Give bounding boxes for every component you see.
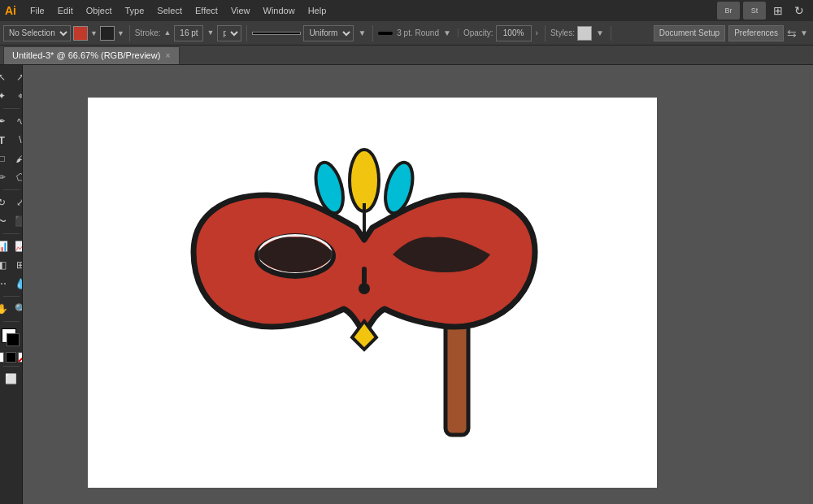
stroke-line-preview[interactable] xyxy=(252,32,301,35)
doc-setup-button[interactable]: Document Setup xyxy=(654,25,726,41)
mesh-tool[interactable]: ⊞ xyxy=(11,256,23,274)
rect-tool[interactable]: □ xyxy=(0,150,11,167)
menu-effect[interactable]: Effect xyxy=(189,4,224,17)
curvature-tool[interactable]: ∿ xyxy=(11,112,23,130)
opacity-label: Opacity: xyxy=(463,28,493,37)
styles-expand[interactable]: ▼ xyxy=(594,28,606,37)
zoom-tool[interactable]: 🔍 xyxy=(11,300,23,318)
select-tools: ↖ ↗ xyxy=(0,68,23,86)
line-tool[interactable]: \ xyxy=(11,131,23,149)
shaper-tool[interactable]: ⬠ xyxy=(11,168,23,186)
styles-group: Styles: ▼ xyxy=(550,26,611,41)
stock-icon[interactable]: St xyxy=(743,2,766,20)
styles-label: Styles: xyxy=(550,28,575,37)
doc-tab-close[interactable]: × xyxy=(165,50,170,60)
bridge-icon[interactable]: Br xyxy=(717,2,740,20)
tool-divider-4 xyxy=(3,296,20,297)
white-swatch[interactable] xyxy=(0,352,4,363)
selection-tool[interactable]: ↖ xyxy=(0,68,11,86)
tool-divider-1 xyxy=(3,108,20,109)
stroke-label: Stroke: xyxy=(135,28,161,37)
stroke-group: Stroke: ▲ ▼ pt xyxy=(135,25,248,41)
sync-icon[interactable]: ↻ xyxy=(790,2,808,20)
stroke-value-input[interactable] xyxy=(174,25,203,41)
menu-type[interactable]: Type xyxy=(120,4,150,17)
line-style-expand[interactable]: ▼ xyxy=(356,28,367,37)
blend-tool[interactable]: ⋯ xyxy=(0,275,11,293)
menu-help[interactable]: Help xyxy=(302,4,333,17)
stroke-arrow[interactable]: ▼ xyxy=(117,29,124,37)
canvas-area[interactable] xyxy=(23,65,813,504)
magic-wand-tool[interactable]: ✦ xyxy=(0,87,11,105)
menu-object[interactable]: Object xyxy=(80,4,118,17)
free-transform-tool[interactable]: ⬛ xyxy=(11,212,23,230)
pen-tool[interactable]: ✒ xyxy=(0,112,11,130)
app-logo: Ai xyxy=(5,4,16,17)
styles-preview[interactable] xyxy=(577,26,592,41)
menu-select[interactable]: Select xyxy=(151,4,188,17)
arrange-expand[interactable]: ▼ xyxy=(798,28,810,37)
color-swatch-area xyxy=(0,327,23,350)
stroke-down[interactable]: ▼ xyxy=(206,29,215,37)
arrange-controls: ⇆ ▼ xyxy=(787,27,810,40)
selection-dropdown[interactable]: No Selection xyxy=(3,25,71,41)
mask-illustration xyxy=(169,146,559,439)
eyedropper-tool[interactable]: 💧 xyxy=(11,275,23,293)
grid-icon[interactable]: ⊞ xyxy=(769,2,787,20)
brush-preview xyxy=(378,32,393,35)
rotate-tool[interactable]: ↻ xyxy=(0,193,11,211)
svg-point-7 xyxy=(350,150,379,211)
line-style-dropdown[interactable]: Uniform xyxy=(303,25,354,41)
doc-tab-title: Untitled-3* @ 66.67% (RGB/Preview) xyxy=(12,50,160,60)
black-swatch[interactable] xyxy=(6,352,16,363)
tool-divider-6 xyxy=(3,366,20,367)
menu-view[interactable]: View xyxy=(225,4,256,17)
brush-group: 3 pt. Round ▼ xyxy=(378,28,459,37)
doc-tab-active[interactable]: Untitled-3* @ 66.67% (RGB/Preview) × xyxy=(3,46,180,64)
fill-arrow[interactable]: ▼ xyxy=(90,29,98,37)
menu-window[interactable]: Window xyxy=(258,4,301,17)
paintbrush-tool[interactable]: 🖌 xyxy=(11,150,23,167)
brush-expand[interactable]: ▼ xyxy=(441,28,453,37)
scale-tool[interactable]: ⤢ xyxy=(11,193,23,211)
gradient-tool[interactable]: ◧ xyxy=(0,256,11,274)
pencil-tool[interactable]: ✏ xyxy=(0,168,11,186)
opacity-expand[interactable]: › xyxy=(534,28,540,37)
opacity-group: Opacity: › xyxy=(463,25,546,41)
options-toolbar: No Selection ▼ ▼ Stroke: ▲ ▼ pt Uniform … xyxy=(0,21,813,46)
stroke-color-box[interactable] xyxy=(100,26,115,41)
menu-edit[interactable]: Edit xyxy=(52,4,79,17)
hand-tool[interactable]: ✋ xyxy=(0,300,11,318)
selection-group: No Selection ▼ ▼ xyxy=(3,25,130,41)
warp-tool[interactable]: 〜 xyxy=(0,212,11,230)
arrange-icon[interactable]: ⇆ xyxy=(787,27,797,40)
direct-select-tool[interactable]: ↗ xyxy=(11,68,23,86)
menu-bar: Ai File Edit Object Type Select Effect V… xyxy=(0,0,813,21)
doc-tabs: Untitled-3* @ 66.67% (RGB/Preview) × xyxy=(0,46,813,65)
graph-tool[interactable]: 📈 xyxy=(11,237,23,255)
lasso-tool[interactable]: ⌖ xyxy=(11,87,23,105)
left-toolbar: ↖ ↗ ✦ ⌖ ✒ ∿ T \ □ 🖌 ✏ ⬠ ↻ ⤢ 〜 xyxy=(0,65,23,504)
artboard-tool[interactable]: ⬜ xyxy=(2,370,20,388)
fill-color-box[interactable] xyxy=(73,26,88,41)
tool-divider-2 xyxy=(3,189,20,190)
menu-file[interactable]: File xyxy=(24,4,50,17)
preferences-button[interactable]: Preferences xyxy=(728,25,784,41)
brush-label: 3 pt. Round xyxy=(397,28,439,37)
tool-divider-5 xyxy=(3,321,20,322)
line-style-group: Uniform ▼ xyxy=(252,25,373,41)
stroke-unit-dropdown[interactable]: pt xyxy=(217,25,241,41)
swatch-controls xyxy=(0,352,23,363)
stroke-up[interactable]: ▲ xyxy=(163,29,172,37)
chart-tool[interactable]: 📊 xyxy=(0,237,11,255)
opacity-input[interactable] xyxy=(496,25,532,41)
stroke-swatch[interactable] xyxy=(7,333,20,346)
main-area: ↖ ↗ ✦ ⌖ ✒ ∿ T \ □ 🖌 ✏ ⬠ ↻ ⤢ 〜 xyxy=(0,65,813,504)
svg-rect-5 xyxy=(362,267,367,285)
tool-divider-3 xyxy=(3,233,20,234)
type-tool[interactable]: T xyxy=(0,131,11,149)
svg-point-4 xyxy=(359,283,370,294)
